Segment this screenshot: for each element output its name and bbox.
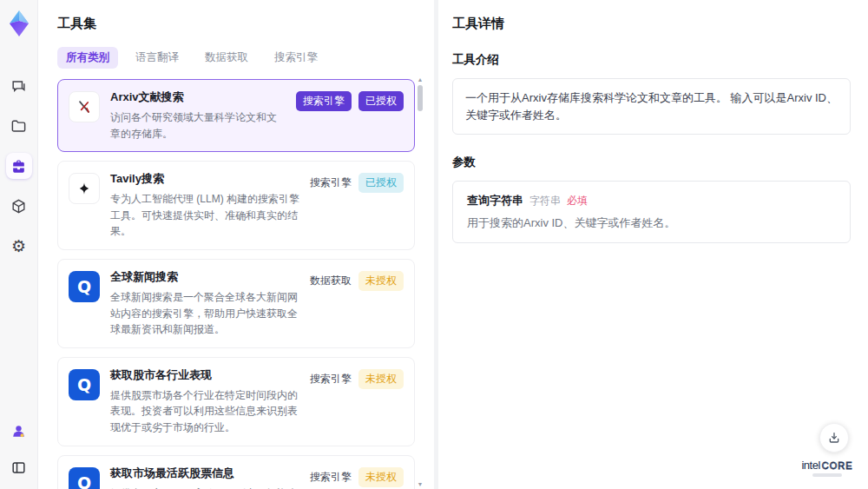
tool-list: Arxiv文献搜索 访问各个研究领域大量科学论文和文章的存储库。 搜索引擎 已授… xyxy=(57,79,415,489)
list-scrollbar[interactable]: ▲ ▼ xyxy=(416,76,424,489)
category-label: 数据获取 xyxy=(310,274,352,288)
scroll-down-icon[interactable]: ▼ xyxy=(416,481,424,487)
toolset-title: 工具集 xyxy=(57,16,434,32)
param-name: 查询字符串 xyxy=(467,193,523,208)
settings-gear-icon[interactable]: ⚙ xyxy=(6,233,32,259)
details-title: 工具详情 xyxy=(452,16,851,32)
category-label: 搜索引擎 xyxy=(310,372,352,387)
tavily-star-icon xyxy=(69,173,100,204)
tool-name: 获取市场最活跃股票信息 xyxy=(110,466,299,481)
param-type: 字符串 xyxy=(529,194,561,208)
panel-toggle-icon[interactable] xyxy=(6,454,32,480)
q-news-logo-icon: Q xyxy=(69,271,100,302)
tab-all-categories[interactable]: 所有类别 xyxy=(57,47,118,69)
category-badge: 搜索引擎 xyxy=(296,91,352,111)
tool-desc: 访问各个研究领域大量科学论文和文章的存储库。 xyxy=(110,109,286,142)
auth-status-badge: 未授权 xyxy=(358,369,404,389)
tool-card-sector-performance[interactable]: Q 获取股市各行业表现 提供股票市场各个行业在特定时间段内的表现。投资者可以利用… xyxy=(57,357,415,446)
toolbox-icon[interactable] xyxy=(6,153,32,179)
folder-icon[interactable] xyxy=(6,113,32,139)
tool-name: Tavily搜索 xyxy=(110,171,299,187)
auth-status-badge: 未授权 xyxy=(358,271,404,291)
download-button[interactable] xyxy=(819,423,849,453)
chat-icon[interactable] xyxy=(6,73,32,99)
left-rail: ⚙ xyxy=(0,0,38,489)
tool-card-most-active-stocks[interactable]: Q 获取市场最活跃股票信息 提供当天交易量最高的股票列表。投资者可以利用这些信息… xyxy=(57,455,415,489)
download-icon xyxy=(827,431,841,445)
intel-logo-subline xyxy=(812,473,842,477)
tool-card-arxiv[interactable]: Arxiv文献搜索 访问各个研究领域大量科学论文和文章的存储库。 搜索引擎 已授… xyxy=(57,79,415,152)
toolset-panel: 工具集 所有类别 语言翻译 数据获取 搜索引擎 Arxiv文献搜索 访问各个研究… xyxy=(38,0,434,489)
q-news-logo-icon: Q xyxy=(69,467,100,489)
tool-desc: 提供当天交易量最高的股票列表。投资者可以利用这些信息来识别流动性强的股票和潜在的… xyxy=(110,486,299,489)
category-tabs: 所有类别 语言翻译 数据获取 搜索引擎 xyxy=(57,47,434,69)
tool-details-panel: 工具详情 工具介绍 一个用于从Arxiv存储库搜索科学论文和文章的工具。 输入可… xyxy=(438,0,868,489)
param-desc: 用于搜索的Arxiv ID、关键字或作者姓名。 xyxy=(467,215,836,231)
tool-card-tavily[interactable]: Tavily搜索 专为人工智能代理 (LLM) 构建的搜索引擎工具。可快速提供实… xyxy=(57,161,415,250)
scroll-up-icon[interactable]: ▲ xyxy=(416,76,424,83)
tool-desc: 专为人工智能代理 (LLM) 构建的搜索引擎工具。可快速提供实时、准确和真实的结… xyxy=(110,191,299,240)
tab-data-fetch[interactable]: 数据获取 xyxy=(196,47,257,69)
tab-search-engine[interactable]: 搜索引擎 xyxy=(266,47,326,69)
q-news-logo-icon: Q xyxy=(69,369,100,400)
category-label: 搜索引擎 xyxy=(310,175,352,190)
tool-card-global-news[interactable]: Q 全球新闻搜索 全球新闻搜索是一个聚合全球各大新闻网站内容的搜索引擎，帮助用户… xyxy=(57,259,415,348)
app-logo-icon[interactable] xyxy=(5,9,33,38)
intro-text: 一个用于从Arxiv存储库搜索科学论文和文章的工具。 输入可以是Arxiv ID… xyxy=(452,78,851,135)
tab-language-translation[interactable]: 语言翻译 xyxy=(127,47,187,69)
package-icon[interactable] xyxy=(6,193,32,219)
category-label: 搜索引擎 xyxy=(310,470,352,485)
intel-core-logo: intel CORE xyxy=(802,459,852,477)
tool-name: 获取股市各行业表现 xyxy=(110,367,299,383)
auth-status-badge: 已授权 xyxy=(358,91,404,111)
tool-name: 全球新闻搜索 xyxy=(110,269,299,285)
tool-desc: 全球新闻搜索是一个聚合全球各大新闻网站内容的搜索引擎，帮助用户快速获取全球最新资… xyxy=(110,289,299,338)
rail-nav: ⚙ xyxy=(6,73,32,259)
params-heading: 参数 xyxy=(452,155,851,170)
intel-wordmark: intel xyxy=(801,459,819,471)
intel-core-wordmark: CORE xyxy=(822,461,853,471)
scrollbar-thumb[interactable] xyxy=(418,85,423,111)
auth-status-badge: 已授权 xyxy=(358,173,404,193)
rail-bottom xyxy=(6,418,32,480)
arxiv-logo-icon xyxy=(69,91,100,122)
user-avatar-icon[interactable] xyxy=(6,418,32,444)
param-card: 查询字符串 字符串 必填 用于搜索的Arxiv ID、关键字或作者姓名。 xyxy=(452,181,851,243)
tool-desc: 提供股票市场各个行业在特定时间段内的表现。投资者可以利用这些信息来识别表现优于或… xyxy=(110,387,299,436)
auth-status-badge: 未授权 xyxy=(358,467,404,487)
tool-name: Arxiv文献搜索 xyxy=(110,89,286,105)
intro-heading: 工具介绍 xyxy=(452,52,851,68)
param-required-flag: 必填 xyxy=(567,194,588,208)
